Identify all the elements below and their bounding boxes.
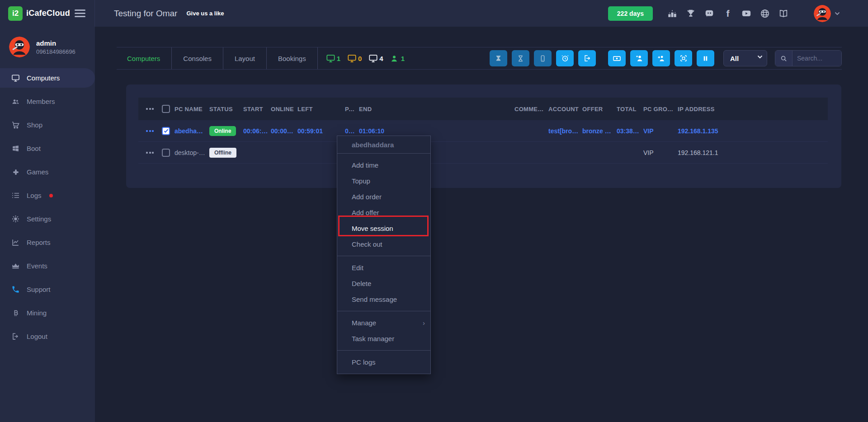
sidebar-item-events[interactable]: Events <box>0 256 95 276</box>
sidebar-item-logs[interactable]: Logs <box>0 186 95 205</box>
col-offer: OFFER <box>582 106 617 113</box>
tab-bookings[interactable]: Bookings <box>267 47 318 69</box>
sidebar-item-label: Computers <box>27 74 60 82</box>
sidebar-item-label: Support <box>27 286 51 293</box>
trophy-icon[interactable] <box>686 9 696 19</box>
menu-item-move-session[interactable]: Move session <box>337 220 430 236</box>
select-all-checkbox[interactable] <box>162 105 170 113</box>
sidebar-item-label: Boot <box>27 145 41 152</box>
globe-icon[interactable] <box>760 9 770 19</box>
sidebar-item-computers[interactable]: Computers <box>0 68 95 88</box>
cell-status: Online <box>209 126 243 136</box>
hamburger-menu-icon[interactable] <box>75 9 85 17</box>
menu-item-add-time[interactable]: Add time <box>337 157 430 173</box>
submenu-arrow-icon: › <box>423 315 425 331</box>
sidebar-item-label: Logs <box>27 192 42 199</box>
pc-group-filter-select[interactable]: All <box>723 50 767 66</box>
pause-button[interactable] <box>697 50 714 66</box>
cell-status: Offline <box>209 148 243 158</box>
discord-icon[interactable] <box>704 9 714 19</box>
col-online: ONLINE <box>271 106 297 113</box>
menu-item-check-out[interactable]: Check out <box>337 236 430 252</box>
menu-item-topup[interactable]: Topup <box>337 173 430 189</box>
menu-item-task-manager[interactable]: Task manager <box>337 331 430 347</box>
row-actions-icon[interactable] <box>146 130 162 132</box>
menu-item-add-offer[interactable]: Add offer <box>337 205 430 220</box>
cell-pc-name[interactable]: abedhaddara <box>175 127 209 135</box>
topbar-right: 222 days f <box>608 5 868 22</box>
counter-pc-pending: 0 <box>347 54 362 63</box>
search-input[interactable] <box>793 51 841 66</box>
logout-icon <box>11 332 20 341</box>
cell-offer: bronze offer <box>582 127 617 135</box>
search-box <box>775 50 842 66</box>
app-logo[interactable]: i2 iCafeCloud <box>8 6 75 21</box>
sidebar-item-boot[interactable]: Boot <box>0 139 95 158</box>
col-pc-name: PC NAME <box>175 106 209 113</box>
cell-left: 00:59:01 <box>297 127 345 135</box>
logo-icon: i2 <box>8 6 23 21</box>
brand-zone: i2 iCafeCloud <box>0 0 95 27</box>
sidebar-item-label: Games <box>27 168 48 176</box>
menu-item-send-message[interactable]: Send message <box>337 291 430 307</box>
pc-status-counters: 1 0 4 1 <box>326 54 405 63</box>
phone-device-button[interactable] <box>534 50 552 66</box>
docs-book-icon[interactable] <box>778 9 788 19</box>
sidebar-item-label: Settings <box>27 215 51 223</box>
sidebar-item-members[interactable]: Members <box>0 92 95 111</box>
col-comment: COMMENT <box>514 106 548 113</box>
tab-consoles[interactable]: Consoles <box>172 47 223 69</box>
monitor-green-icon <box>326 54 335 63</box>
sidebar-item-mining[interactable]: Mining <box>0 303 95 323</box>
menu-item-edit[interactable]: Edit <box>337 260 430 276</box>
cell-pc-group: VIP <box>643 149 678 156</box>
ranking-icon[interactable] <box>667 9 677 19</box>
gear-icon <box>11 215 20 223</box>
youtube-icon[interactable] <box>741 9 751 19</box>
monitor-icon <box>11 74 20 82</box>
row-actions-icon[interactable] <box>146 152 162 154</box>
sidebar-item-support[interactable]: Support <box>0 280 95 299</box>
user-avatar <box>814 5 831 22</box>
hourglass-filled-button[interactable] <box>490 50 507 66</box>
computers-table: PC NAME STATUS START ONLINE LEFT PAID EN… <box>138 98 828 164</box>
add-guest-button[interactable] <box>630 50 648 66</box>
sidebar-item-settings[interactable]: Settings <box>0 209 95 229</box>
main-content: Computers Consoles Layout Bookings 1 0 4 <box>95 27 868 422</box>
menu-item-delete[interactable]: Delete <box>337 276 430 291</box>
monitor-yellow-icon <box>347 54 357 63</box>
give-us-a-like-link[interactable]: Give us a like <box>186 10 224 17</box>
scan-box-button[interactable] <box>675 50 692 66</box>
cash-button[interactable] <box>608 50 626 66</box>
bulk-actions-icon[interactable] <box>146 108 162 110</box>
row-checkbox[interactable] <box>162 149 170 157</box>
list-icon <box>11 191 20 200</box>
computers-table-card: PC NAME STATUS START ONLINE LEFT PAID EN… <box>126 84 841 188</box>
sign-out-button[interactable] <box>578 50 596 66</box>
menu-item-add-order[interactable]: Add order <box>337 189 430 205</box>
sidebar-item-games[interactable]: Games <box>0 162 95 182</box>
sidebar-item-label: Reports <box>27 239 51 246</box>
account-menu[interactable] <box>814 5 840 22</box>
status-badge-offline: Offline <box>209 148 236 158</box>
brand-name: iCafeCloud <box>26 9 70 18</box>
alarm-clock-button[interactable] <box>556 50 574 66</box>
sidebar-item-shop[interactable]: Shop <box>0 115 95 135</box>
sidebar-item-reports[interactable]: Reports <box>0 233 95 252</box>
tab-computers[interactable]: Computers <box>117 47 172 69</box>
menu-group-edit: Edit Delete Send message <box>337 256 430 311</box>
row-checkbox[interactable] <box>162 127 170 135</box>
profile-phone: 096184986696 <box>36 48 75 55</box>
cell-pc-name[interactable]: desktop-6j3rg… <box>175 149 209 156</box>
counter-pc-online: 1 <box>326 54 340 63</box>
sidebar-item-logout[interactable]: Logout <box>0 327 95 346</box>
add-member-button[interactable] <box>652 50 670 66</box>
menu-item-manage[interactable]: Manage › <box>337 315 430 331</box>
col-pc-group: PC GROUP <box>643 106 678 113</box>
menu-item-pc-logs[interactable]: PC logs <box>337 354 430 370</box>
tab-layout[interactable]: Layout <box>223 47 267 69</box>
facebook-icon[interactable]: f <box>723 9 733 19</box>
hourglass-outline-button[interactable] <box>512 50 529 66</box>
days-remaining-button[interactable]: 222 days <box>608 6 653 21</box>
members-icon <box>11 97 20 106</box>
